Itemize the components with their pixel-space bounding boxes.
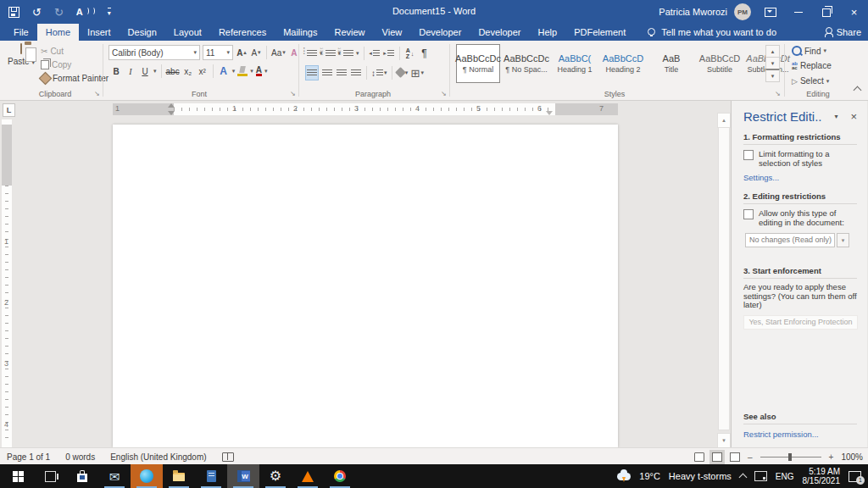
zoom-in-icon[interactable]: +	[829, 452, 834, 462]
restrict-permission-link[interactable]: Restrict permission...	[743, 430, 857, 439]
editing-type-dropdown[interactable]: No changes (Read only)	[745, 233, 835, 247]
multilevel-list-icon[interactable]	[343, 50, 353, 58]
weather-icon[interactable]	[617, 473, 631, 480]
italic-button[interactable]: I	[125, 64, 136, 78]
scroll-up-button[interactable]: ▴	[717, 113, 731, 128]
shrink-font-button[interactable]: A▾	[250, 46, 262, 59]
weather-desc[interactable]: Heavy t-storms	[669, 471, 732, 481]
align-right-button[interactable]	[336, 66, 348, 80]
superscript-button[interactable]: x²	[197, 64, 209, 78]
tab-file[interactable]: File	[5, 24, 37, 41]
print-layout-icon[interactable]	[712, 452, 722, 462]
editing-type-dropdown-button[interactable]: ▾	[837, 233, 849, 247]
clock[interactable]: 5:19 AM 8/15/2021	[803, 467, 841, 485]
minimize-button[interactable]	[784, 0, 812, 24]
tab-help[interactable]: Help	[530, 24, 566, 41]
tab-references[interactable]: References	[210, 24, 275, 41]
styles-scroll-down-button[interactable]: ▾	[765, 57, 780, 69]
tab-developer-2[interactable]: Developer	[470, 24, 529, 41]
justify-button[interactable]	[350, 66, 362, 80]
numbering-icon[interactable]	[326, 50, 336, 58]
tell-me-box[interactable]: Tell me what you want to do	[648, 24, 776, 41]
dropdown-icon[interactable]: ▾	[153, 68, 157, 75]
start-enforcing-protection-button[interactable]: Yes, Start Enforcing Protection	[743, 315, 858, 330]
customize-qat-icon[interactable]: ▾	[108, 8, 111, 17]
document-page[interactable]	[113, 125, 618, 447]
share-button[interactable]: Share	[826, 24, 861, 41]
tab-design[interactable]: Design	[120, 24, 165, 41]
checkbox-icon[interactable]	[743, 209, 754, 219]
copy-button[interactable]: Copy	[41, 60, 71, 69]
start-button[interactable]	[2, 464, 34, 488]
word-count[interactable]: 0 words	[65, 452, 95, 462]
text-effects-button[interactable]: A	[218, 64, 230, 78]
show-hidden-icons-chevron[interactable]	[738, 474, 747, 482]
zoom-out-icon[interactable]: –	[748, 452, 753, 462]
change-case-button[interactable]: Aa▾	[271, 46, 286, 59]
zoom-level[interactable]: 100%	[841, 452, 863, 462]
dropdown-icon[interactable]: ▾	[232, 68, 236, 75]
tab-mailings[interactable]: Mailings	[275, 24, 326, 41]
replace-button[interactable]: abac Replace	[792, 61, 832, 70]
redo-icon[interactable]: ↻	[54, 7, 64, 18]
style-subtitle[interactable]: AaBbCcDSubtitle	[698, 44, 742, 83]
sort-button[interactable]: AZ↓	[404, 47, 416, 60]
dropdown-icon[interactable]: ▾	[264, 68, 268, 75]
panel-menu-icon[interactable]: ▾	[834, 113, 837, 120]
font-color-button[interactable]: A	[256, 66, 262, 76]
collapse-ribbon-icon[interactable]	[854, 86, 862, 95]
style-heading2[interactable]: AaBbCcDHeading 2	[601, 44, 645, 83]
word-button[interactable]: W	[227, 464, 259, 488]
dropdown-icon[interactable]: ▾	[250, 68, 253, 75]
ribbon-display-options-button[interactable]	[756, 0, 784, 24]
tab-home[interactable]: Home	[37, 24, 79, 41]
decrease-indent-button[interactable]: ◂	[369, 47, 381, 60]
style-normal[interactable]: AaBbCcDc¶ Normal	[456, 44, 500, 83]
tab-layout[interactable]: Layout	[165, 24, 210, 41]
read-aloud-icon[interactable]: A	[76, 7, 95, 17]
mail-button[interactable]: ✉	[98, 464, 131, 488]
bullets-icon[interactable]	[307, 50, 317, 58]
style-heading1[interactable]: AaBbC(Heading 1	[553, 44, 597, 83]
font-dialog-launcher-icon[interactable]: ↘	[290, 91, 296, 97]
grow-font-button[interactable]: A▴	[236, 46, 248, 59]
style-title[interactable]: AaBTitle	[649, 44, 693, 83]
weather-temp[interactable]: 19°C	[639, 471, 660, 481]
language-indicator[interactable]: English (United Kingdom)	[110, 452, 206, 462]
panel-close-icon[interactable]: ×	[850, 110, 857, 123]
tab-review[interactable]: Review	[326, 24, 374, 41]
cut-button[interactable]: ✂ Cut	[41, 47, 64, 56]
tab-stop-selector[interactable]: L	[3, 103, 15, 117]
chrome-button[interactable]	[324, 464, 356, 488]
strikethrough-button[interactable]: abc	[166, 64, 180, 78]
action-center-icon[interactable]: 1	[849, 471, 861, 482]
subscript-button[interactable]: x₂	[182, 64, 194, 78]
allow-editing-checkbox-row[interactable]: Allow only this type of editing in the d…	[743, 208, 857, 227]
font-name-select[interactable]: Calibri (Body)▾	[108, 45, 200, 60]
font-size-select[interactable]: 11▾	[203, 45, 233, 60]
scroll-down-button[interactable]: ▾	[717, 433, 731, 448]
styles-scroll-up-button[interactable]: ▴	[765, 45, 780, 58]
borders-button[interactable]: ⊞▾	[411, 66, 424, 80]
touch-keyboard-icon[interactable]	[754, 471, 767, 481]
tab-pdfelement[interactable]: PDFelement	[565, 24, 634, 41]
align-center-button[interactable]	[321, 66, 333, 80]
hruler[interactable]: 1 2 3 4 5 6	[174, 103, 555, 115]
vruler[interactable]: 1 2 3 4	[2, 119, 12, 447]
format-painter-button[interactable]: Format Painter	[41, 74, 108, 83]
tab-developer-1[interactable]: Developer	[410, 24, 470, 41]
proofing-icon[interactable]	[222, 452, 234, 462]
settings-link[interactable]: Settings...	[743, 173, 857, 182]
task-view-button[interactable]	[34, 464, 66, 488]
page-count[interactable]: Page 1 of 1	[7, 452, 50, 462]
avatar[interactable]: PM	[734, 3, 751, 20]
checkbox-icon[interactable]	[743, 150, 754, 160]
dropdown-icon[interactable]: ▾	[356, 50, 359, 57]
styles-more-button[interactable]: ▾	[765, 69, 780, 82]
scrollbar-thumb[interactable]	[718, 127, 730, 430]
save-icon[interactable]	[8, 7, 19, 18]
styles-dialog-launcher-icon[interactable]: ↘	[775, 91, 781, 97]
read-mode-icon[interactable]	[694, 452, 704, 462]
bold-button[interactable]: B	[110, 64, 122, 78]
underline-button[interactable]: U	[139, 64, 151, 78]
